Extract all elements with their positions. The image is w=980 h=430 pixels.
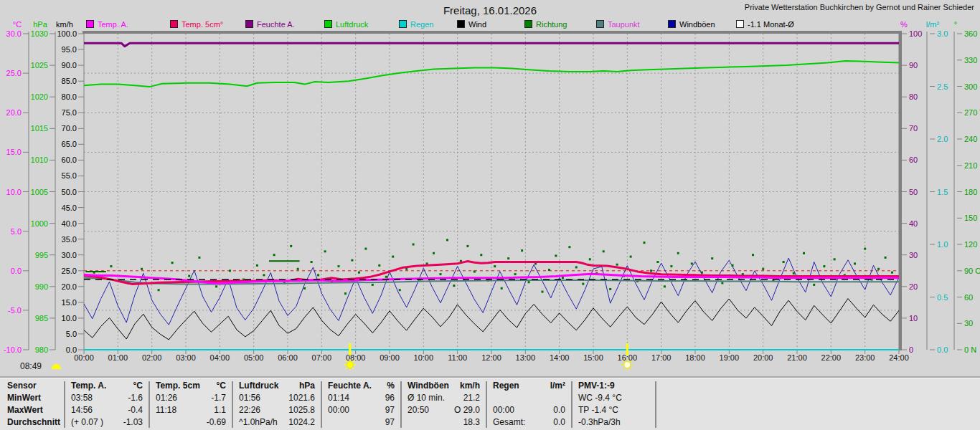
series-richtung-dot (399, 289, 401, 291)
time-tick-label: 12:00 (481, 353, 501, 362)
series-richtung-dot (385, 276, 387, 278)
axis-tick-label-deg: 150 (964, 214, 977, 222)
axis-tick-label-deg: 360 N (964, 29, 980, 38)
time-tick-label: 00:00 (74, 353, 94, 362)
axis-tick-label-kmh: 60.0 (62, 156, 77, 164)
table-cell: 20:50 (400, 404, 446, 416)
time-tick-label: 06:00 (278, 353, 298, 362)
series-richtung-dot (603, 250, 605, 252)
table-group-temp-5cm: Temp. 5cm°C01:26-1.711:181.1-0.69 (149, 380, 232, 430)
series-richtung-dot (891, 272, 893, 274)
table-group-name: Temp. A. (64, 380, 109, 392)
axis-tick-label-kmh: 95.0 (62, 45, 77, 54)
table-group-unit: °C (200, 380, 232, 392)
series-richtung-dot (433, 252, 435, 254)
axis-tick-label-kmh: 55.0 (62, 171, 77, 180)
time-tick-label: 11:00 (448, 353, 467, 362)
axis-tick-label-lm2: 0.5 (937, 293, 948, 302)
series-richtung-dot (303, 287, 306, 290)
series-richtung-dot (575, 266, 578, 268)
axis-tick-label-hpa: 985 (35, 314, 48, 322)
series-richtung-dot (311, 261, 313, 263)
time-tick-label: 09:00 (380, 353, 400, 362)
axis-tick-label-kmh: 35.0 (62, 235, 77, 244)
series-richtung-dot (507, 257, 509, 259)
table-row-label: MaxWert (7, 404, 43, 416)
axis-tick-label-kmh: 100.0 (57, 29, 77, 38)
table-group-luftdruck: LuftdruckhPa01:561021.622:261025.8^1.0hP… (232, 380, 321, 430)
time-tick-label: 07:00 (312, 353, 332, 362)
series-richtung-dot (317, 274, 319, 276)
table-cell: 21.2 (446, 392, 486, 404)
time-tick-label: 14:00 (550, 353, 570, 362)
time-tick-label: 18:00 (685, 353, 705, 362)
time-tick-label: 20:00 (753, 353, 773, 362)
axis-tick-label-c: 15.0 (6, 148, 22, 156)
series-richtung-dot (273, 254, 275, 256)
series-richtung-dot (446, 239, 448, 241)
table-divider (64, 381, 65, 428)
axis-tick-label-deg: 60 (964, 293, 973, 302)
time-tick-label: 24:00 (889, 353, 909, 362)
table-cell: 01:56 (232, 392, 280, 404)
axis-tick-label-pct: 100 (909, 29, 922, 38)
axis-tick-label-c: 25.0 (6, 69, 22, 77)
axis-tick-label-lm2: 3.0 (937, 29, 948, 38)
table-group-feuchte-a-: Feuchte A.%01:149600:009797 (321, 380, 400, 430)
series-richtung-dot (864, 248, 866, 250)
axis-tick-label-pct: 70 (909, 124, 918, 133)
table-group-unit: km/h (449, 380, 486, 392)
table-cell: 22:26 (232, 404, 280, 416)
table-cell: -1.7 (193, 392, 232, 404)
axis-tick-label-c: 20.0 (6, 108, 22, 117)
table-group-name: PMV-1:-9 (571, 380, 616, 392)
series-richtung-dot (568, 246, 570, 248)
table-divider (321, 381, 322, 428)
time-tick-label: 15:00 (583, 353, 603, 362)
axis-tick-label-lm2: 1.0 (937, 240, 948, 249)
series-richtung-dot (413, 244, 415, 246)
series-richtung-dot (542, 291, 544, 293)
table-cell (532, 392, 571, 404)
axis-tick-label-kmh: 65.0 (62, 140, 77, 148)
series-richtung-dot (324, 250, 326, 252)
table-row-label: MinWert (7, 392, 41, 404)
axis-tick-label-hpa: 980 (35, 345, 48, 354)
table-group-name: Feuchte A. (321, 380, 372, 392)
series-richtung-dot (466, 245, 468, 247)
series-richtung-dot (691, 262, 693, 264)
table-cell: Gesamt: (486, 416, 532, 429)
series-richtung-dot (711, 257, 713, 259)
axis-tick-label-kmh: 70.0 (62, 124, 77, 133)
table-cell: 97 (364, 416, 400, 429)
table-cell: WC -9.4 °C (571, 392, 622, 404)
axis-tick-label-hpa: 1025 (31, 61, 48, 70)
series-richtung-dot (721, 282, 723, 284)
axis-tick-label-hpa: 1015 (31, 124, 48, 133)
series-windboen (84, 258, 899, 325)
table-cell: -0.3hPa/3h (571, 416, 621, 429)
series-richtung-dot (885, 257, 887, 259)
axis-tick-label-kmh: 15.0 (62, 298, 77, 307)
axis-header-pct: % (900, 20, 908, 29)
table-divider (486, 381, 487, 428)
table-cell: (+ 0.07 ) (64, 416, 109, 429)
table-group-unit: hPa (280, 380, 321, 392)
sunrise-icon (52, 364, 61, 369)
series-richtung-dot (582, 283, 584, 285)
table-cell (621, 416, 655, 429)
series-richtung-dot (783, 261, 785, 263)
sunrise-marker (349, 343, 351, 355)
table-cell: 1.1 (193, 404, 232, 416)
series-richtung-dot (480, 254, 482, 256)
series-richtung-dot (732, 264, 734, 267)
series-richtung-dot (555, 254, 557, 257)
axis-tick-label-deg: 270 W (964, 108, 980, 117)
table-cell: -0.4 (109, 404, 149, 416)
axis-tick-label-deg: 300 (964, 82, 977, 91)
statistics-table: SensorMinWertMaxWertDurchschnittTemp. A.… (0, 378, 980, 430)
weather-chart: 30.025.020.015.010.05.00.0-5.0-10.0°C103… (0, 0, 980, 376)
series-richtung-dot (803, 252, 805, 254)
time-tick-label: 10:00 (414, 353, 434, 362)
series-richtung-dot (215, 285, 217, 287)
